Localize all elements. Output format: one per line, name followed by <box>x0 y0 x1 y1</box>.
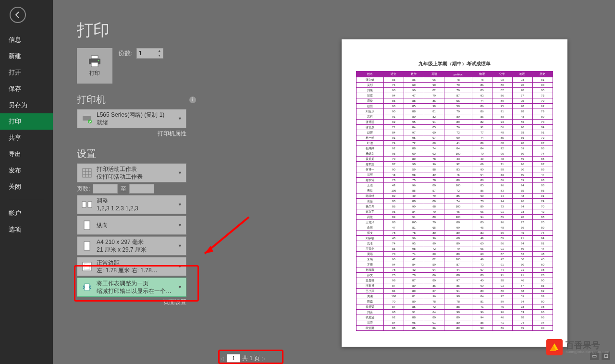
copies-spinner[interactable]: ▲▼ <box>136 48 163 59</box>
pages-to-label: 至 <box>121 185 126 193</box>
printer-icon <box>87 55 102 68</box>
nav-item-6[interactable]: 共享 <box>0 130 53 146</box>
orientation-select[interactable]: 纵向 ▼ <box>77 216 186 235</box>
nav-item-2[interactable]: 打开 <box>0 64 53 81</box>
watermark-logo <box>546 339 563 355</box>
paper-size-select[interactable]: A4 210 x 297 毫米21 厘米 x 29.7 厘米 ▼ <box>77 236 186 255</box>
nav-item-1[interactable]: 新建 <box>0 48 53 64</box>
nav-divider <box>9 200 44 200</box>
page-from-input[interactable] <box>93 184 118 194</box>
annotation-highlight <box>74 265 199 302</box>
svg-rect-0 <box>91 56 98 59</box>
nav-item-9[interactable]: 关闭 <box>0 179 53 195</box>
print-preview: 九年级上学期（期中）考试成绩单 姓名语文数学英语politics物理化学地理历史… <box>342 39 567 347</box>
page-title: 打印 <box>77 19 196 41</box>
printer-section-label: 打印机 <box>77 93 106 106</box>
paper-icon <box>80 238 94 254</box>
chevron-down-icon: ▼ <box>177 116 183 121</box>
nav-bottom-0[interactable]: 帐户 <box>0 205 53 221</box>
pager-input[interactable] <box>227 354 240 363</box>
svg-rect-5 <box>84 114 90 116</box>
chevron-down-icon: ▼ <box>177 223 183 228</box>
svg-rect-14 <box>84 221 90 230</box>
nav-bottom-1[interactable]: 选项 <box>0 221 53 238</box>
pager-total: 共 1 页 <box>242 354 260 363</box>
nav-item-4[interactable]: 另存为 <box>0 97 53 113</box>
collate-select[interactable]: 调整1,2,3 1,2,3 1,2,3 ▼ <box>77 195 186 214</box>
watermark: 百香果号 huangjinbaixiangguo.com <box>546 339 609 355</box>
nav-item-8[interactable]: 发布 <box>0 162 53 179</box>
nav-item-3[interactable]: 保存 <box>0 81 53 97</box>
portrait-icon <box>80 218 94 233</box>
svg-point-3 <box>98 60 99 61</box>
pager-next[interactable]: ▷ <box>262 356 267 361</box>
nav-item-7[interactable]: 导出 <box>0 146 53 162</box>
chevron-down-icon: ▼ <box>177 243 183 248</box>
copies-input[interactable] <box>137 50 156 57</box>
printer-status-icon <box>80 111 94 126</box>
worksheet-icon <box>80 165 94 181</box>
back-button[interactable] <box>10 7 26 23</box>
pages-label: 页数: <box>77 185 90 193</box>
printer-select[interactable]: L565 Series(网络) (复制 1)就绪 ▼ <box>77 109 186 128</box>
preview-table: 姓名语文数学英语politics物理化学地理历史张文健8586967878989… <box>356 71 553 331</box>
pager-prev[interactable]: ◁ <box>220 356 225 361</box>
spinner-up[interactable]: ▲ <box>156 49 163 53</box>
svg-rect-12 <box>82 202 86 207</box>
copies-label: 份数: <box>118 49 133 58</box>
svg-rect-7 <box>83 169 91 177</box>
collate-icon <box>80 197 94 212</box>
svg-rect-2 <box>91 62 98 67</box>
nav-item-0[interactable]: 信息 <box>0 32 53 48</box>
print-scope-select[interactable]: 打印活动工作表仅打印活动工作表 ▼ <box>77 163 186 182</box>
svg-rect-15 <box>84 242 90 250</box>
preview-title: 九年级上学期（期中）考试成绩单 <box>356 61 553 67</box>
settings-section-label: 设置 <box>77 147 96 160</box>
page-to-input[interactable] <box>129 184 154 194</box>
spinner-down[interactable]: ▼ <box>156 53 163 58</box>
chevron-down-icon: ▼ <box>177 202 183 207</box>
info-icon[interactable]: i <box>189 97 196 103</box>
printer-properties-link[interactable]: 打印机属性 <box>77 130 186 138</box>
svg-rect-13 <box>88 202 92 207</box>
chevron-down-icon: ▼ <box>177 170 183 175</box>
print-button[interactable]: 打印 <box>77 48 112 84</box>
nav-item-5[interactable]: 打印 <box>0 113 53 130</box>
